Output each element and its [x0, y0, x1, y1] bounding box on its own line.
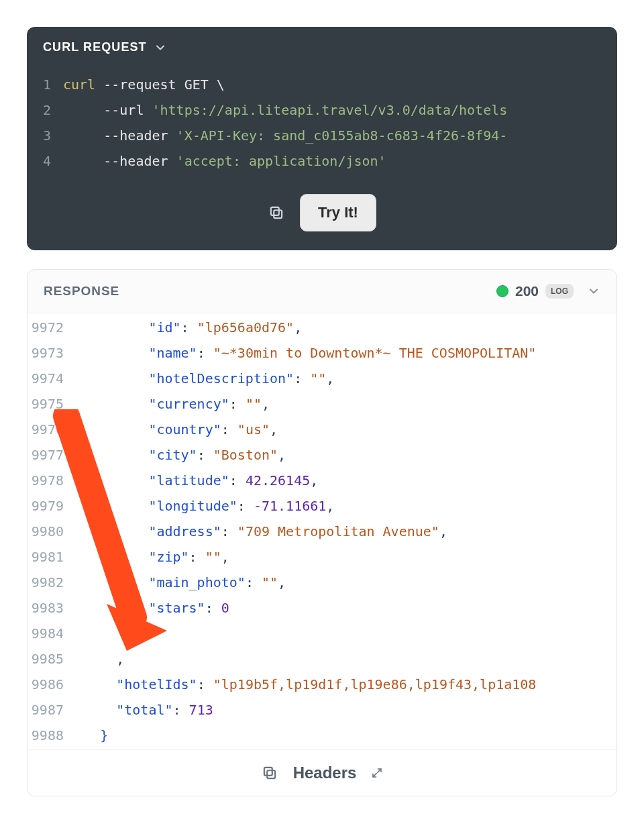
code-content: --url 'https://api.liteapi.travel/v3.0/d… [63, 97, 617, 123]
line-number: 4 [27, 148, 63, 174]
line-number: 9982 [28, 570, 76, 595]
line-number: 1 [27, 72, 63, 97]
code-content: "hotelDescription": "", [76, 366, 616, 391]
line-number: 9977 [28, 442, 76, 468]
code-line: 9985 , [28, 646, 616, 672]
code-line: 9984 } [28, 621, 616, 646]
request-header[interactable]: CURL REQUEST [27, 27, 617, 68]
response-json-block: 9972 "id": "lp656a0d76",9973 "name": "~*… [28, 313, 616, 749]
code-content: "hotelIds": "lp19b5f,lp19d1f,lp19e86,lp1… [76, 672, 616, 697]
line-number: 9986 [28, 672, 76, 697]
line-number: 9979 [28, 493, 76, 519]
request-header-label: CURL REQUEST [43, 40, 147, 54]
headers-button-label[interactable]: Headers [293, 764, 357, 782]
code-line: 9977 "city": "Boston", [28, 442, 616, 468]
code-content: curl --request GET \ [63, 72, 617, 97]
line-number: 9987 [28, 697, 76, 723]
line-number: 9981 [28, 544, 76, 570]
code-content: "total": 713 [76, 697, 616, 723]
copy-icon[interactable] [261, 764, 278, 782]
line-number: 9974 [28, 366, 76, 391]
response-footer: Headers [28, 749, 616, 796]
line-number: 9983 [28, 595, 76, 621]
code-content: "longitude": -71.11661, [76, 493, 616, 519]
line-number: 3 [27, 123, 63, 148]
chevron-down-icon [154, 41, 167, 54]
line-number: 9978 [28, 468, 76, 493]
code-content: "currency": "", [76, 391, 616, 417]
svg-rect-0 [274, 210, 282, 218]
code-line: 9976 "country": "us", [28, 417, 616, 442]
response-header: RESPONSE 200 LOG [28, 270, 616, 313]
line-number: 2 [27, 97, 63, 123]
code-line: 9973 "name": "~*30min to Downtown*~ THE … [28, 340, 616, 366]
code-line: 9974 "hotelDescription": "", [28, 366, 616, 391]
status-dropdown[interactable]: 200 LOG [496, 283, 600, 299]
code-content: "country": "us", [76, 417, 616, 442]
svg-rect-2 [267, 770, 275, 778]
curl-request-panel: CURL REQUEST 1curl --request GET \2 --ur… [27, 27, 617, 250]
code-line: 9975 "currency": "", [28, 391, 616, 417]
code-content: } [76, 723, 616, 748]
code-content: "latitude": 42.26145, [76, 468, 616, 493]
code-content: "city": "Boston", [76, 442, 616, 468]
svg-rect-3 [264, 768, 272, 776]
code-line: 9983 "stars": 0 [28, 595, 616, 621]
chevron-down-icon [587, 284, 600, 298]
code-line: 1curl --request GET \ [27, 72, 617, 97]
try-it-button[interactable]: Try It! [300, 194, 376, 231]
code-line: 9987 "total": 713 [28, 697, 616, 723]
line-number: 9972 [28, 315, 76, 340]
line-number: 9988 [28, 723, 76, 748]
status-code: 200 [515, 283, 539, 299]
code-line: 3 --header 'X-API-Key: sand_c0155ab8-c68… [27, 123, 617, 148]
line-number: 9973 [28, 340, 76, 366]
response-header-label: RESPONSE [44, 284, 119, 299]
line-number: 9985 [28, 646, 76, 672]
line-number: 9980 [28, 519, 76, 544]
code-content: "stars": 0 [76, 595, 616, 621]
request-action-bar: Try It! [27, 185, 617, 250]
code-content: "id": "lp656a0d76", [76, 315, 616, 340]
code-line: 9978 "latitude": 42.26145, [28, 468, 616, 493]
code-line: 9972 "id": "lp656a0d76", [28, 315, 616, 340]
code-line: 9988 } [28, 723, 616, 748]
code-content: "name": "~*30min to Downtown*~ THE COSMO… [76, 340, 616, 366]
code-content: , [76, 646, 616, 672]
code-content: "zip": "", [76, 544, 616, 570]
code-content: } [76, 621, 616, 646]
line-number: 9975 [28, 391, 76, 417]
line-number: 9984 [28, 621, 76, 646]
expand-icon[interactable] [371, 767, 383, 779]
log-badge: LOG [545, 284, 574, 299]
response-panel: RESPONSE 200 LOG 9972 "id": "lp656a0d76"… [27, 269, 617, 796]
code-content: --header 'X-API-Key: sand_c0155ab8-c683-… [63, 123, 617, 148]
code-line: 9979 "longitude": -71.11661, [28, 493, 616, 519]
line-number: 9976 [28, 417, 76, 442]
copy-icon[interactable] [268, 204, 285, 221]
code-line: 9981 "zip": "", [28, 544, 616, 570]
svg-rect-1 [271, 207, 279, 215]
code-line: 9980 "address": "709 Metropolitan Avenue… [28, 519, 616, 544]
code-content: "main_photo": "", [76, 570, 616, 595]
curl-code-block: 1curl --request GET \2 --url 'https://ap… [27, 68, 617, 185]
code-content: "address": "709 Metropolitan Avenue", [76, 519, 616, 544]
code-line: 4 --header 'accept: application/json' [27, 148, 617, 174]
code-content: --header 'accept: application/json' [63, 148, 617, 174]
code-line: 9982 "main_photo": "", [28, 570, 616, 595]
code-line: 2 --url 'https://api.liteapi.travel/v3.0… [27, 97, 617, 123]
code-line: 9986 "hotelIds": "lp19b5f,lp19d1f,lp19e8… [28, 672, 616, 697]
status-indicator-icon [496, 285, 508, 297]
